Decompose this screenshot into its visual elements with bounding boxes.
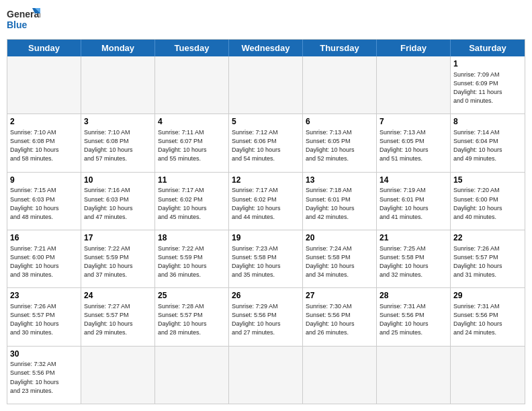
day-number: 10: [84, 175, 152, 186]
day-cell: 11Sunrise: 7:17 AM Sunset: 6:02 PM Dayli…: [155, 173, 229, 230]
week-row-2: 9Sunrise: 7:15 AM Sunset: 6:03 PM Daylig…: [7, 173, 525, 230]
day-header-wednesday: Wednesday: [229, 40, 303, 56]
day-number: 30: [10, 349, 78, 360]
day-info: Sunrise: 7:13 AM Sunset: 6:05 PM Dayligh…: [380, 128, 447, 163]
day-cell: 18Sunrise: 7:22 AM Sunset: 5:59 PM Dayli…: [155, 230, 229, 287]
day-info: Sunrise: 7:17 AM Sunset: 6:02 PM Dayligh…: [158, 186, 226, 221]
day-info: Sunrise: 7:20 AM Sunset: 6:00 PM Dayligh…: [453, 186, 522, 221]
calendar: SundayMondayTuesdayWednesdayThursdayFrid…: [7, 39, 525, 404]
day-number: 28: [380, 290, 447, 302]
day-number: 26: [232, 290, 300, 302]
day-cell: 1Sunrise: 7:09 AM Sunset: 6:09 PM Daylig…: [451, 56, 525, 113]
day-number: 18: [158, 232, 226, 244]
day-info: Sunrise: 7:12 AM Sunset: 6:06 PM Dayligh…: [232, 128, 300, 163]
day-number: 6: [306, 116, 373, 128]
weeks-container: 1Sunrise: 7:09 AM Sunset: 6:09 PM Daylig…: [7, 56, 525, 404]
day-cell: [377, 56, 451, 113]
day-cell: [155, 56, 229, 113]
day-cell: [377, 347, 451, 404]
week-row-0: 1Sunrise: 7:09 AM Sunset: 6:09 PM Daylig…: [7, 56, 525, 114]
day-cell: 24Sunrise: 7:27 AM Sunset: 5:57 PM Dayli…: [81, 288, 155, 345]
day-header-friday: Friday: [377, 40, 451, 56]
day-cell: [155, 347, 229, 404]
day-info: Sunrise: 7:09 AM Sunset: 6:09 PM Dayligh…: [453, 71, 522, 105]
day-number: 23: [10, 290, 78, 302]
day-number: 3: [84, 116, 152, 128]
day-number: 27: [306, 290, 373, 302]
week-row-5: 30Sunrise: 7:32 AM Sunset: 5:56 PM Dayli…: [7, 347, 525, 404]
day-header-saturday: Saturday: [451, 40, 525, 56]
day-cell: [81, 347, 155, 404]
day-cell: 14Sunrise: 7:19 AM Sunset: 6:01 PM Dayli…: [377, 173, 451, 230]
day-cell: [303, 56, 377, 113]
day-number: 20: [306, 232, 373, 244]
day-info: Sunrise: 7:31 AM Sunset: 5:56 PM Dayligh…: [453, 302, 522, 337]
day-number: 25: [158, 290, 226, 302]
day-info: Sunrise: 7:24 AM Sunset: 5:58 PM Dayligh…: [306, 244, 373, 279]
day-cell: 7Sunrise: 7:13 AM Sunset: 6:05 PM Daylig…: [377, 114, 451, 171]
day-cell: 21Sunrise: 7:25 AM Sunset: 5:58 PM Dayli…: [377, 230, 451, 287]
day-number: 21: [380, 232, 447, 244]
page: General Blue SundayMondayTuesdayWednesda…: [0, 0, 532, 411]
day-cell: [303, 347, 377, 404]
day-info: Sunrise: 7:27 AM Sunset: 5:57 PM Dayligh…: [84, 302, 152, 337]
day-info: Sunrise: 7:17 AM Sunset: 6:02 PM Dayligh…: [232, 186, 300, 221]
day-info: Sunrise: 7:28 AM Sunset: 5:57 PM Dayligh…: [158, 302, 226, 337]
day-number: 13: [306, 175, 373, 186]
day-cell: 23Sunrise: 7:26 AM Sunset: 5:57 PM Dayli…: [7, 288, 81, 345]
day-cell: 29Sunrise: 7:31 AM Sunset: 5:56 PM Dayli…: [451, 288, 525, 345]
day-cell: 22Sunrise: 7:26 AM Sunset: 5:57 PM Dayli…: [451, 230, 525, 287]
day-number: 4: [158, 116, 226, 128]
day-info: Sunrise: 7:15 AM Sunset: 6:03 PM Dayligh…: [10, 186, 78, 221]
day-cell: [451, 347, 525, 404]
day-info: Sunrise: 7:13 AM Sunset: 6:05 PM Dayligh…: [306, 128, 373, 163]
day-cell: 25Sunrise: 7:28 AM Sunset: 5:57 PM Dayli…: [155, 288, 229, 345]
day-number: 24: [84, 290, 152, 302]
day-info: Sunrise: 7:11 AM Sunset: 6:07 PM Dayligh…: [158, 128, 226, 163]
day-number: 5: [232, 116, 300, 128]
header: General Blue: [7, 7, 525, 35]
day-number: 14: [380, 175, 447, 186]
day-cell: 13Sunrise: 7:18 AM Sunset: 6:01 PM Dayli…: [303, 173, 377, 230]
day-cell: 15Sunrise: 7:20 AM Sunset: 6:00 PM Dayli…: [451, 173, 525, 230]
day-number: 1: [453, 58, 522, 70]
day-info: Sunrise: 7:29 AM Sunset: 5:56 PM Dayligh…: [232, 302, 300, 337]
day-cell: 19Sunrise: 7:23 AM Sunset: 5:58 PM Dayli…: [229, 230, 303, 287]
day-cell: 3Sunrise: 7:10 AM Sunset: 6:08 PM Daylig…: [81, 114, 155, 171]
day-cell: [229, 56, 303, 113]
day-header-monday: Monday: [81, 40, 155, 56]
day-info: Sunrise: 7:30 AM Sunset: 5:56 PM Dayligh…: [306, 302, 373, 337]
day-header-sunday: Sunday: [7, 40, 81, 56]
day-info: Sunrise: 7:22 AM Sunset: 5:59 PM Dayligh…: [158, 244, 226, 279]
day-info: Sunrise: 7:26 AM Sunset: 5:57 PM Dayligh…: [10, 302, 78, 337]
day-info: Sunrise: 7:16 AM Sunset: 6:03 PM Dayligh…: [84, 186, 152, 221]
day-info: Sunrise: 7:21 AM Sunset: 6:00 PM Dayligh…: [10, 244, 78, 279]
day-number: 12: [232, 175, 300, 186]
day-cell: 9Sunrise: 7:15 AM Sunset: 6:03 PM Daylig…: [7, 173, 81, 230]
day-number: 19: [232, 232, 300, 244]
day-info: Sunrise: 7:19 AM Sunset: 6:01 PM Dayligh…: [380, 186, 447, 221]
day-info: Sunrise: 7:23 AM Sunset: 5:58 PM Dayligh…: [232, 244, 300, 279]
day-cell: 30Sunrise: 7:32 AM Sunset: 5:56 PM Dayli…: [7, 347, 81, 404]
logo: General Blue: [7, 7, 40, 35]
day-number: 7: [380, 116, 447, 128]
day-cell: [81, 56, 155, 113]
day-number: 11: [158, 175, 226, 186]
day-cell: [7, 56, 81, 113]
day-number: 17: [84, 232, 152, 244]
week-row-3: 16Sunrise: 7:21 AM Sunset: 6:00 PM Dayli…: [7, 230, 525, 288]
day-info: Sunrise: 7:10 AM Sunset: 6:08 PM Dayligh…: [10, 128, 78, 163]
day-cell: 5Sunrise: 7:12 AM Sunset: 6:06 PM Daylig…: [229, 114, 303, 171]
day-number: 29: [453, 290, 522, 302]
day-number: 8: [453, 116, 522, 128]
day-info: Sunrise: 7:26 AM Sunset: 5:57 PM Dayligh…: [453, 244, 522, 279]
day-info: Sunrise: 7:31 AM Sunset: 5:56 PM Dayligh…: [380, 302, 447, 337]
day-cell: 28Sunrise: 7:31 AM Sunset: 5:56 PM Dayli…: [377, 288, 451, 345]
day-cell: 17Sunrise: 7:22 AM Sunset: 5:59 PM Dayli…: [81, 230, 155, 287]
logo-svg: General Blue: [7, 7, 40, 35]
day-number: 22: [453, 232, 522, 244]
svg-text:Blue: Blue: [7, 19, 28, 30]
day-info: Sunrise: 7:10 AM Sunset: 6:08 PM Dayligh…: [84, 128, 152, 163]
day-info: Sunrise: 7:18 AM Sunset: 6:01 PM Dayligh…: [306, 186, 373, 221]
day-cell: 8Sunrise: 7:14 AM Sunset: 6:04 PM Daylig…: [451, 114, 525, 171]
